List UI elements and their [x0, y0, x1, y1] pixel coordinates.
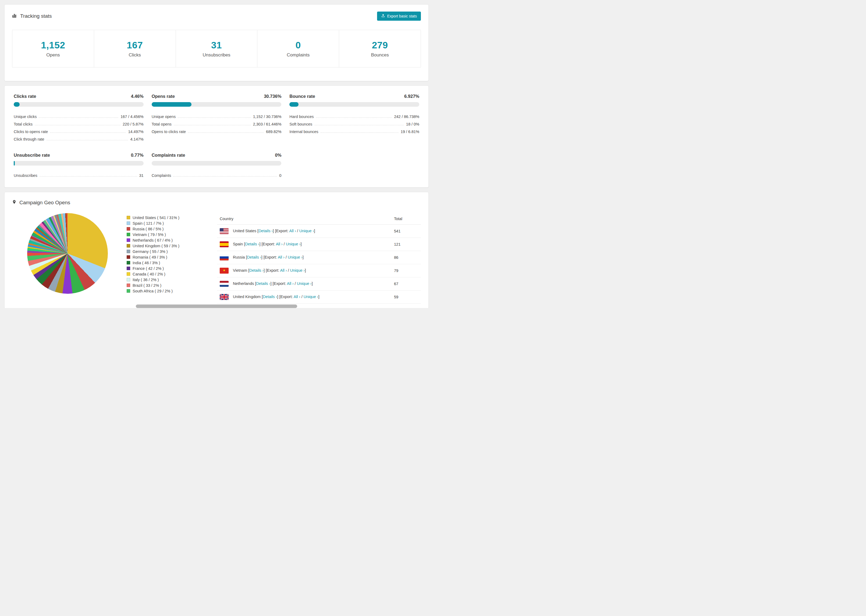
rate-row-label: Clicks to opens rate — [14, 130, 48, 134]
export-all-link[interactable]: All › — [294, 295, 301, 299]
country-total: 79 — [391, 264, 421, 277]
legend-item-vietnam[interactable]: Vietnam ( 79 / 5% ) — [127, 232, 216, 237]
details-link[interactable]: Details › — [258, 229, 273, 233]
rate-row: Hard bounces 242 / 86.738% — [290, 111, 419, 119]
details-link[interactable]: Details › — [256, 281, 270, 286]
legend-swatch — [127, 267, 130, 270]
details-link[interactable]: Details › — [247, 255, 261, 259]
bar-chart-icon — [12, 13, 17, 19]
geo-pie-chart[interactable] — [27, 213, 108, 294]
export-all-link[interactable]: All › — [280, 268, 287, 272]
export-all-link[interactable]: All › — [290, 229, 296, 233]
progress-bar — [14, 102, 143, 107]
legend-item-canada[interactable]: Canada ( 40 / 2% ) — [127, 271, 216, 277]
rate-block-opens-rate: Opens rate 30.736% Unique opens 1,152 / … — [152, 94, 282, 141]
rate-row: Complaints 0 — [152, 170, 282, 178]
legend-label: Netherlands ( 67 / 4% ) — [132, 238, 173, 242]
legend-label: Romania ( 49 / 3% ) — [132, 255, 167, 259]
export-all-link[interactable]: All › — [276, 242, 283, 246]
rate-row-label: Unique clicks — [14, 115, 36, 119]
map-pin-icon — [12, 199, 16, 206]
legend-item-united-kingdom[interactable]: United Kingdom ( 59 / 3% ) — [127, 243, 216, 248]
geo-table-row-netherlands: Netherlands [Details ›] [Export: All › /… — [217, 277, 421, 291]
rate-row: Unique clicks 167 / 4.456% — [14, 111, 143, 119]
legend-item-south-africa[interactable]: South Africa ( 29 / 2% ) — [127, 288, 216, 294]
country-name: United Kingdom — [233, 295, 262, 299]
export-unique-link[interactable]: Unique › — [299, 229, 314, 233]
progress-bar — [290, 102, 419, 107]
export-unique-link[interactable]: Unique › — [286, 242, 301, 246]
rate-row: Soft bounces 18 / 0% — [290, 119, 419, 126]
export-unique-link[interactable]: Unique › — [288, 255, 302, 259]
flag-netherlands-icon — [220, 281, 228, 287]
rate-row: Internal bounces 19 / 6.81% — [290, 126, 419, 134]
rate-row-value: 689.82% — [266, 130, 281, 134]
legend-label: India ( 46 / 3% ) — [132, 261, 160, 265]
rate-row-label: Hard bounces — [290, 115, 313, 119]
legend-item-romania[interactable]: Romania ( 49 / 3% ) — [127, 254, 216, 260]
stat-value: 0 — [296, 40, 301, 50]
geo-table-wrap: Country Total United States [Details ›] … — [217, 213, 421, 308]
stat-value: 167 — [127, 40, 143, 50]
export-unique-link[interactable]: Unique › — [290, 268, 305, 272]
legend-item-russia[interactable]: Russia ( 86 / 5% ) — [127, 226, 216, 232]
progress-bar-fill — [152, 102, 192, 107]
rate-head: Bounce rate 6.927% — [290, 94, 419, 99]
legend-swatch — [127, 222, 130, 225]
legend-swatch — [127, 284, 130, 287]
country-name: Spain — [233, 242, 244, 246]
export-unique-link[interactable]: Unique › — [297, 281, 312, 286]
export-basic-stats-label: Export basic stats — [387, 14, 417, 18]
rate-row-value: 167 / 4.456% — [120, 115, 143, 119]
geo-table-row-russia: Russia [Details ›] [Export: All › / Uniq… — [217, 251, 421, 264]
geo-table-header-row: Country Total — [217, 213, 421, 225]
legend-item-india[interactable]: India ( 46 / 3% ) — [127, 260, 216, 266]
rate-row-value: 242 / 86.738% — [394, 115, 419, 119]
rate-title: Complaints rate — [152, 152, 185, 158]
country-name: Vietnam — [233, 268, 248, 272]
tracking-stats-card: Tracking stats Export basic stats 1,152 … — [4, 4, 429, 81]
legend-swatch — [127, 261, 130, 264]
rate-block-unsubscribe-rate: Unsubscribe rate 0.77% Unsubscribes 31 — [14, 152, 143, 178]
geo-table-row-vietnam: Vietnam [Details ›] [Export: All › / Uni… — [217, 264, 421, 277]
flag-united-kingdom-icon — [220, 294, 228, 300]
stat-box-unsubscribes: 31 Unsubscribes — [176, 30, 258, 68]
geo-legend: United States ( 541 / 31% ) Spain ( 121 … — [127, 213, 216, 294]
geo-pie-wrap — [27, 213, 108, 294]
geo-opens-card: Campaign Geo Opens United States ( 541 /… — [4, 192, 429, 308]
flag-russia-icon — [220, 255, 228, 261]
rate-row-label: Soft bounces — [290, 122, 312, 126]
legend-label: Spain ( 121 / 7% ) — [132, 221, 164, 225]
rate-percent: 0.77% — [131, 152, 143, 158]
rates-grid: Clicks rate 4.46% Unique clicks 167 / 4.… — [14, 94, 419, 178]
legend-item-united-states[interactable]: United States ( 541 / 31% ) — [127, 215, 216, 220]
export-all-link[interactable]: All › — [278, 255, 285, 259]
tracking-stats-title-text: Tracking stats — [20, 13, 52, 19]
rate-head: Unsubscribe rate 0.77% — [14, 152, 143, 158]
export-unique-link[interactable]: Unique › — [304, 295, 318, 299]
stat-label: Unsubscribes — [203, 52, 230, 58]
legend-label: Vietnam ( 79 / 5% ) — [132, 233, 166, 237]
dotted-leader — [321, 132, 398, 133]
legend-item-netherlands[interactable]: Netherlands ( 67 / 4% ) — [127, 237, 216, 243]
flag-spain-icon — [220, 241, 228, 247]
tracking-stats-header: Tracking stats Export basic stats — [12, 11, 421, 21]
legend-item-brazil[interactable]: Brazil ( 33 / 2% ) — [127, 283, 216, 288]
page: Tracking stats Export basic stats 1,152 … — [0, 0, 433, 308]
export-basic-stats-button[interactable]: Export basic stats — [377, 11, 421, 21]
rate-row-value: 1,152 / 30.736% — [253, 115, 282, 119]
rate-block-clicks-rate: Clicks rate 4.46% Unique clicks 167 / 4.… — [14, 94, 143, 141]
legend-item-germany[interactable]: Germany ( 55 / 3% ) — [127, 248, 216, 254]
stat-box-complaints: 0 Complaints — [257, 30, 339, 68]
rate-row-value: 220 / 5.87% — [123, 122, 143, 126]
legend-item-spain[interactable]: Spain ( 121 / 7% ) — [127, 220, 216, 226]
details-link[interactable]: Details › — [249, 268, 264, 272]
details-link[interactable]: Details › — [263, 295, 277, 299]
export-all-link[interactable]: All › — [287, 281, 294, 286]
details-link[interactable]: Details › — [245, 242, 259, 246]
legend-item-italy[interactable]: Italy ( 36 / 2% ) — [127, 277, 216, 283]
geo-table-row-united-kingdom: United Kingdom [Details ›] [Export: All … — [217, 291, 421, 304]
rate-block-bounce-rate: Bounce rate 6.927% Hard bounces 242 / 86… — [290, 94, 419, 141]
legend-item-france[interactable]: France ( 42 / 2% ) — [127, 266, 216, 271]
horizontal-scrollbar-thumb[interactable] — [136, 305, 297, 308]
